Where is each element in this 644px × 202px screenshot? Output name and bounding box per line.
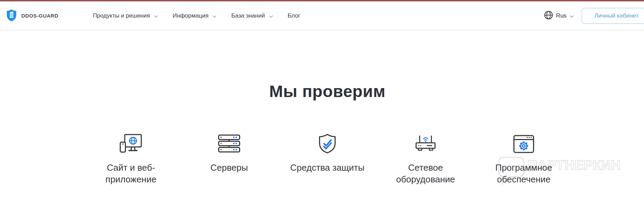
- list-item-protection: Средства защиты: [278, 134, 377, 185]
- chevron-down-icon: [154, 13, 158, 20]
- software-window-icon: [513, 134, 534, 153]
- main-section: Мы проверим Сайт и веб-: [0, 82, 644, 185]
- checked-items-row: Сайт и веб- приложение: [82, 134, 573, 185]
- item-label: Сетевое оборудование: [396, 162, 455, 185]
- item-label: Программное обеспечение: [495, 162, 552, 185]
- shield-logo-icon: [6, 9, 17, 23]
- chevron-down-icon: [570, 13, 574, 20]
- personal-account-button[interactable]: Личный кабинет: [582, 8, 644, 24]
- page-title: Мы проверим: [0, 82, 644, 101]
- nav-item-products[interactable]: Продукты и решения: [93, 12, 158, 20]
- brand-name: DDOS-GUARD: [21, 13, 58, 19]
- list-item-servers: Серверы: [180, 134, 278, 185]
- language-switcher[interactable]: Rus: [544, 10, 574, 21]
- site-header: DDOS-GUARD Продукты и решения Информация…: [0, 1, 644, 30]
- language-label: Rus: [556, 12, 566, 19]
- brand-logo[interactable]: DDOS-GUARD: [6, 9, 58, 23]
- nav-item-information[interactable]: Информация: [173, 12, 217, 20]
- list-item-network: Сетевое оборудование: [377, 134, 475, 185]
- website-monitor-icon: [119, 134, 143, 153]
- nav-label: Информация: [173, 12, 208, 19]
- item-label: Средства защиты: [290, 162, 364, 173]
- nav-item-blog[interactable]: Блог: [288, 12, 300, 19]
- page: DDOS-GUARD Продукты и решения Информация…: [0, 0, 644, 202]
- list-item-software: Программное обеспечение: [475, 134, 573, 185]
- list-item-website: Сайт и веб- приложение: [82, 134, 180, 185]
- item-label: Сайт и веб- приложение: [105, 162, 156, 185]
- servers-icon: [218, 134, 240, 153]
- router-icon: [416, 134, 436, 153]
- shield-check-icon: [318, 134, 336, 153]
- nav-item-knowledge-base[interactable]: База знаний: [231, 12, 273, 20]
- chevron-down-icon: [269, 13, 273, 20]
- nav-label: Блог: [288, 12, 300, 19]
- nav-label: Продукты и решения: [93, 12, 150, 19]
- chevron-down-icon: [212, 13, 217, 20]
- globe-icon: [544, 11, 553, 21]
- item-label: Серверы: [211, 162, 248, 173]
- nav-label: База знаний: [231, 12, 265, 19]
- header-right: Rus Личный кабинет: [544, 8, 644, 24]
- main-nav: Продукты и решения Информация База знани…: [93, 12, 300, 20]
